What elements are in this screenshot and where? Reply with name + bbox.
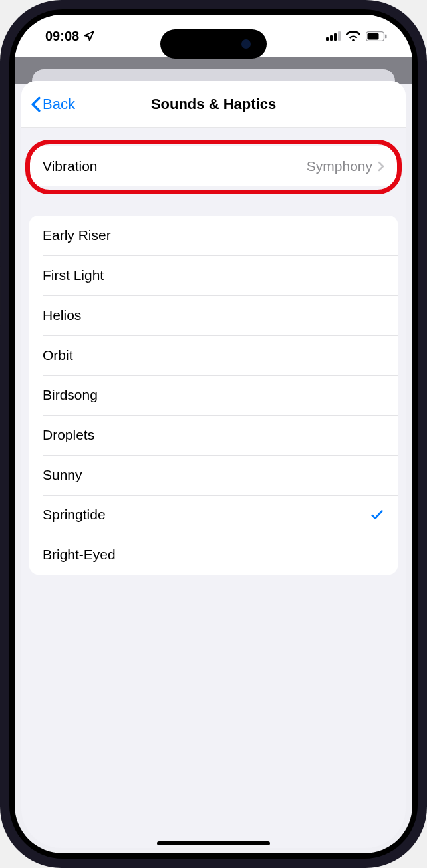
sound-option-label: Sunny xyxy=(43,467,82,483)
svg-rect-6 xyxy=(385,34,387,38)
sound-option-row[interactable]: Helios xyxy=(29,295,398,335)
status-time: 09:08 xyxy=(45,29,79,44)
checkmark-icon xyxy=(370,507,384,522)
sound-option-row[interactable]: Springtide xyxy=(29,495,398,535)
sound-option-row[interactable]: Early Riser xyxy=(29,216,398,255)
vibration-group: Vibration Symphony xyxy=(29,146,398,186)
location-icon xyxy=(83,30,95,42)
wifi-icon xyxy=(346,31,360,41)
vibration-row[interactable]: Vibration Symphony xyxy=(29,146,398,186)
sound-option-label: Birdsong xyxy=(43,387,98,403)
chevron-left-icon xyxy=(31,96,41,112)
sound-option-row[interactable]: First Light xyxy=(29,255,398,295)
sound-option-row[interactable]: Sunny xyxy=(29,455,398,495)
settings-sheet: Back Sounds & Haptics Vibration Symphony xyxy=(21,81,406,848)
vibration-label: Vibration xyxy=(43,158,98,174)
dynamic-island xyxy=(160,29,267,59)
sound-option-label: Bright-Eyed xyxy=(43,547,116,563)
sound-option-label: Droplets xyxy=(43,427,94,443)
home-indicator[interactable] xyxy=(157,841,270,845)
silence-switch xyxy=(0,133,1,161)
volume-up-button xyxy=(0,193,1,253)
sound-option-label: Springtide xyxy=(43,507,106,523)
sound-option-row[interactable]: Bright-Eyed xyxy=(29,535,398,575)
svg-rect-0 xyxy=(326,37,329,41)
svg-rect-3 xyxy=(338,31,341,41)
cellular-icon xyxy=(326,31,341,41)
sound-option-row[interactable]: Birdsong xyxy=(29,375,398,415)
sound-options-group: Early RiserFirst LightHeliosOrbitBirdson… xyxy=(29,216,398,575)
back-label: Back xyxy=(43,96,75,113)
chevron-right-icon xyxy=(378,161,384,172)
page-title: Sounds & Haptics xyxy=(151,96,276,113)
volume-down-button xyxy=(0,266,1,326)
vibration-value: Symphony xyxy=(307,158,372,174)
sound-option-label: Early Riser xyxy=(43,227,111,243)
sound-option-label: Helios xyxy=(43,307,81,323)
sound-option-row[interactable]: Droplets xyxy=(29,415,398,455)
screen: 09:08 Back Sounds & Haptics xyxy=(15,15,412,853)
svg-rect-2 xyxy=(334,33,337,41)
sound-option-label: First Light xyxy=(43,267,104,283)
battery-icon xyxy=(366,31,387,41)
navigation-bar: Back Sounds & Haptics xyxy=(21,81,406,128)
svg-rect-1 xyxy=(330,35,333,41)
sound-option-label: Orbit xyxy=(43,347,73,363)
sound-option-row[interactable]: Orbit xyxy=(29,335,398,375)
back-button[interactable]: Back xyxy=(31,81,75,127)
iphone-device-frame: 09:08 Back Sounds & Haptics xyxy=(0,0,427,868)
svg-rect-5 xyxy=(368,33,379,39)
